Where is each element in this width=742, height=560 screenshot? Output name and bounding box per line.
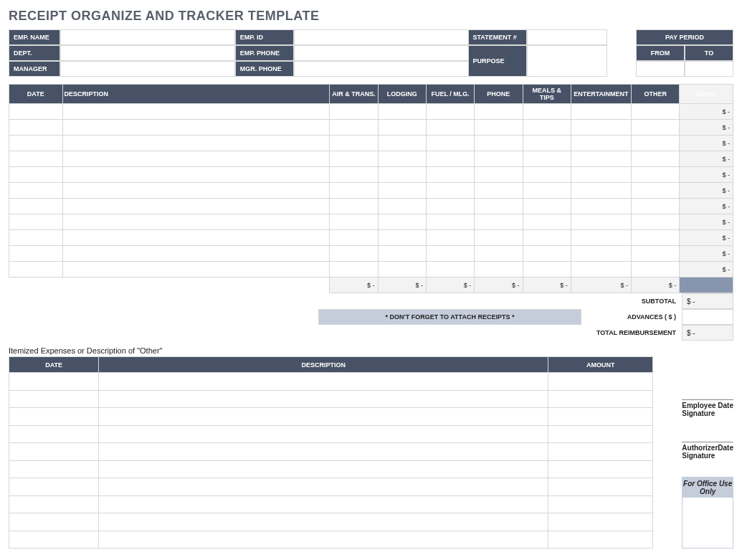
emp-name-field[interactable] [60, 29, 235, 45]
cell-meals-tips[interactable] [523, 183, 571, 199]
cell-desc[interactable] [62, 183, 330, 199]
item-cell-desc[interactable] [99, 408, 548, 426]
cell-air-trans[interactable] [330, 214, 378, 230]
cell-meals-tips[interactable] [523, 214, 571, 230]
cell-fuel-mlg[interactable] [426, 246, 474, 262]
cell-entertainment[interactable] [571, 151, 631, 167]
cell-entertainment[interactable] [571, 120, 631, 136]
emp-id-field[interactable] [294, 29, 469, 45]
item-cell-amount[interactable] [548, 425, 653, 443]
cell-other[interactable] [632, 120, 680, 136]
cell-entertainment[interactable] [571, 183, 631, 199]
cell-entertainment[interactable] [571, 230, 631, 246]
cell-air-trans[interactable] [330, 183, 378, 199]
cell-date[interactable] [9, 183, 63, 199]
cell-fuel-mlg[interactable] [426, 136, 474, 151]
cell-entertainment[interactable] [571, 136, 631, 151]
cell-air-trans[interactable] [330, 262, 378, 277]
cell-phone[interactable] [475, 183, 523, 199]
cell-fuel-mlg[interactable] [426, 199, 474, 214]
item-cell-desc[interactable] [99, 390, 548, 408]
cell-fuel-mlg[interactable] [426, 120, 474, 136]
cell-phone[interactable] [475, 136, 523, 151]
cell-date[interactable] [9, 199, 63, 214]
cell-phone[interactable] [475, 151, 523, 167]
cell-lodging[interactable] [378, 230, 426, 246]
cell-date[interactable] [9, 246, 63, 262]
cell-phone[interactable] [475, 167, 523, 183]
cell-fuel-mlg[interactable] [426, 262, 474, 277]
cell-entertainment[interactable] [571, 262, 631, 277]
cell-lodging[interactable] [378, 104, 426, 120]
manager-field[interactable] [60, 61, 235, 77]
cell-fuel-mlg[interactable] [426, 104, 474, 120]
cell-lodging[interactable] [378, 136, 426, 151]
cell-meals-tips[interactable] [523, 246, 571, 262]
cell-air-trans[interactable] [330, 104, 378, 120]
cell-date[interactable] [9, 120, 63, 136]
cell-desc[interactable] [62, 199, 330, 214]
cell-air-trans[interactable] [330, 120, 378, 136]
cell-date[interactable] [9, 230, 63, 246]
item-cell-amount[interactable] [548, 513, 653, 531]
cell-desc[interactable] [62, 262, 330, 277]
item-cell-amount[interactable] [548, 460, 653, 478]
cell-other[interactable] [632, 151, 680, 167]
item-cell-desc[interactable] [99, 425, 548, 443]
cell-date[interactable] [9, 214, 63, 230]
item-cell-amount[interactable] [548, 390, 653, 408]
cell-date[interactable] [9, 151, 63, 167]
cell-meals-tips[interactable] [523, 167, 571, 183]
item-cell-date[interactable] [9, 495, 99, 513]
cell-phone[interactable] [475, 120, 523, 136]
item-cell-desc[interactable] [99, 460, 548, 478]
item-cell-amount[interactable] [548, 478, 653, 496]
cell-date[interactable] [9, 136, 63, 151]
mgr-phone-field[interactable] [294, 61, 469, 77]
cell-air-trans[interactable] [330, 199, 378, 214]
item-cell-desc[interactable] [99, 478, 548, 496]
cell-fuel-mlg[interactable] [426, 167, 474, 183]
cell-date[interactable] [9, 104, 63, 120]
office-use-body[interactable] [682, 498, 733, 548]
cell-date[interactable] [9, 167, 63, 183]
cell-meals-tips[interactable] [523, 120, 571, 136]
dept-field[interactable] [60, 45, 235, 61]
item-cell-date[interactable] [9, 513, 99, 531]
item-cell-amount[interactable] [548, 495, 653, 513]
cell-phone[interactable] [475, 262, 523, 277]
item-cell-desc[interactable] [99, 495, 548, 513]
cell-other[interactable] [632, 136, 680, 151]
cell-meals-tips[interactable] [523, 230, 571, 246]
cell-entertainment[interactable] [571, 214, 631, 230]
cell-air-trans[interactable] [330, 151, 378, 167]
cell-lodging[interactable] [378, 246, 426, 262]
cell-desc[interactable] [62, 214, 330, 230]
item-cell-date[interactable] [9, 390, 99, 408]
cell-meals-tips[interactable] [523, 151, 571, 167]
cell-other[interactable] [632, 167, 680, 183]
cell-phone[interactable] [475, 230, 523, 246]
item-cell-amount[interactable] [548, 443, 653, 461]
emp-phone-field[interactable] [294, 45, 469, 61]
cell-other[interactable] [632, 230, 680, 246]
cell-lodging[interactable] [378, 183, 426, 199]
item-cell-amount[interactable] [548, 373, 653, 391]
cell-fuel-mlg[interactable] [426, 230, 474, 246]
cell-desc[interactable] [62, 230, 330, 246]
cell-phone[interactable] [475, 246, 523, 262]
cell-lodging[interactable] [378, 262, 426, 277]
purpose-field[interactable] [527, 45, 607, 77]
cell-fuel-mlg[interactable] [426, 151, 474, 167]
cell-meals-tips[interactable] [523, 136, 571, 151]
cell-desc[interactable] [62, 246, 330, 262]
to-field[interactable] [685, 61, 733, 77]
cell-phone[interactable] [475, 104, 523, 120]
item-cell-date[interactable] [9, 373, 99, 391]
cell-desc[interactable] [62, 167, 330, 183]
cell-lodging[interactable] [378, 120, 426, 136]
item-cell-amount[interactable] [548, 408, 653, 426]
item-cell-amount[interactable] [548, 531, 653, 549]
item-cell-date[interactable] [9, 425, 99, 443]
item-cell-desc[interactable] [99, 443, 548, 461]
